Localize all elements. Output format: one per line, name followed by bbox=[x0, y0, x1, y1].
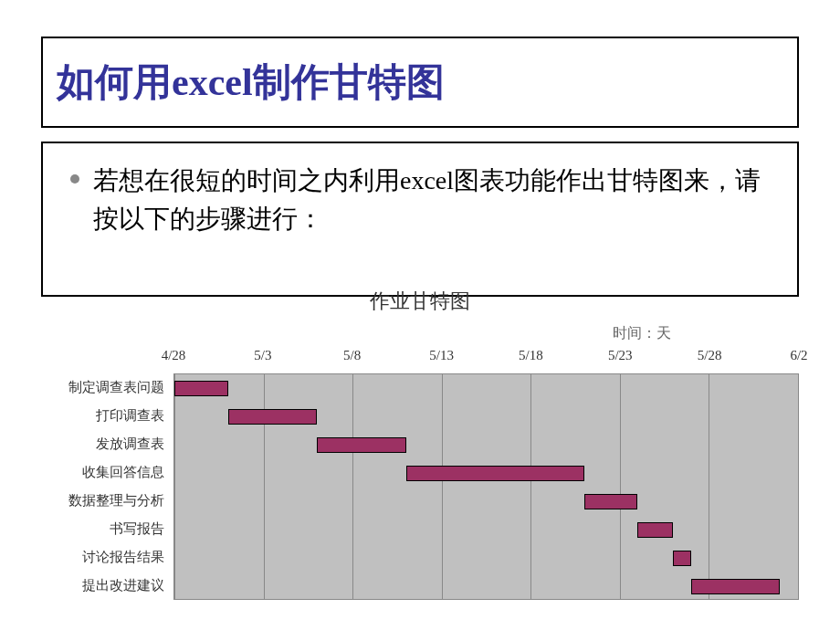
grid-line bbox=[798, 374, 799, 599]
gantt-row bbox=[174, 431, 798, 459]
gantt-bar bbox=[691, 579, 781, 594]
plot-area: 4/285/35/85/135/185/235/286/2 bbox=[173, 348, 799, 600]
gantt-row bbox=[174, 488, 798, 516]
chart-subtitle: 时间：天 bbox=[41, 324, 799, 343]
bullet-item: 若想在很短的时间之内利用excel图表功能作出甘特图来，请按以下的步骤进行： bbox=[70, 162, 770, 238]
plot-grid bbox=[173, 373, 799, 600]
chart-title: 作业甘特图 bbox=[41, 288, 799, 315]
x-axis-tick: 6/2 bbox=[790, 348, 807, 363]
gantt-bar bbox=[673, 551, 691, 566]
y-axis-label: 数据整理与分析 bbox=[41, 487, 173, 515]
bullet-text: 若想在很短的时间之内利用excel图表功能作出甘特图来，请按以下的步骤进行： bbox=[93, 162, 770, 238]
y-axis-label: 书写报告 bbox=[41, 515, 173, 543]
x-axis-tick: 5/23 bbox=[608, 348, 633, 363]
x-axis-tick: 5/28 bbox=[698, 348, 722, 363]
gantt-row bbox=[174, 572, 798, 601]
gantt-chart: 作业甘特图 时间：天 制定调查表问题打印调查表发放调查表收集回答信息数据整理与分… bbox=[41, 288, 799, 600]
slide-title-box: 如何用excel制作甘特图 bbox=[41, 37, 799, 128]
x-axis-tick: 4/28 bbox=[162, 348, 186, 363]
x-axis-tick: 5/8 bbox=[343, 348, 361, 363]
bullet-icon bbox=[70, 174, 79, 184]
x-axis-tick: 5/3 bbox=[254, 348, 271, 363]
gantt-bar bbox=[584, 494, 638, 509]
gantt-bar bbox=[317, 437, 406, 453]
slide-content-box: 若想在很短的时间之内利用excel图表功能作出甘特图来，请按以下的步骤进行： bbox=[41, 142, 799, 297]
gantt-bar bbox=[228, 409, 318, 425]
gantt-row bbox=[174, 403, 798, 431]
y-axis-label: 提出改进建议 bbox=[41, 572, 173, 600]
gantt-bar bbox=[406, 466, 584, 481]
y-axis-label: 发放调查表 bbox=[41, 430, 173, 458]
gantt-bar bbox=[174, 381, 228, 396]
slide-title: 如何用excel制作甘特图 bbox=[57, 57, 445, 108]
x-axis: 4/285/35/85/135/185/235/286/2 bbox=[173, 348, 799, 373]
y-axis-labels: 制定调查表问题打印调查表发放调查表收集回答信息数据整理与分析书写报告讨论报告结果… bbox=[41, 348, 173, 600]
x-axis-tick: 5/18 bbox=[519, 348, 543, 363]
x-axis-tick: 5/13 bbox=[429, 348, 454, 363]
gantt-row bbox=[174, 516, 798, 544]
chart-area: 制定调查表问题打印调查表发放调查表收集回答信息数据整理与分析书写报告讨论报告结果… bbox=[41, 348, 799, 600]
gantt-row bbox=[174, 374, 798, 403]
gantt-row bbox=[174, 459, 798, 488]
y-axis-label: 制定调查表问题 bbox=[41, 373, 173, 402]
y-axis-label: 打印调查表 bbox=[41, 402, 173, 430]
gantt-bar bbox=[637, 522, 673, 538]
y-axis-label: 收集回答信息 bbox=[41, 458, 173, 487]
gantt-row bbox=[174, 544, 798, 572]
y-axis-label: 讨论报告结果 bbox=[41, 543, 173, 572]
